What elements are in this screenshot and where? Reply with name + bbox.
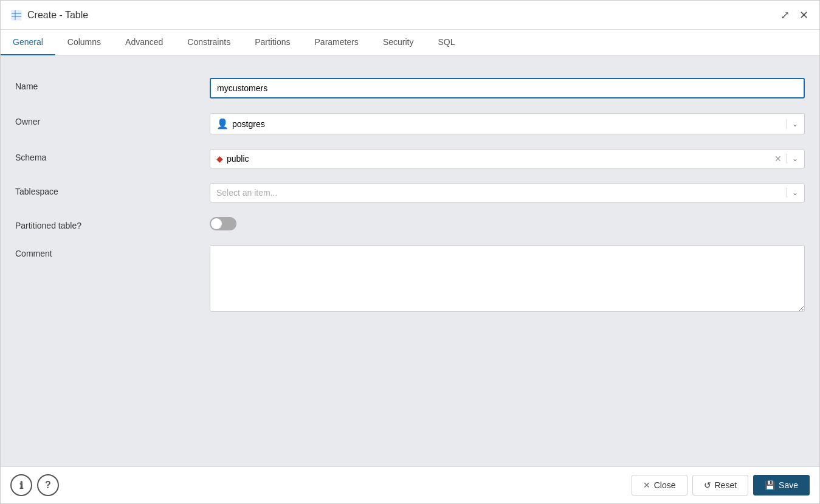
tab-constraints[interactable]: Constraints xyxy=(175,30,243,55)
comment-label: Comment xyxy=(15,245,210,258)
partitioned-row: Partitioned table? xyxy=(1,210,819,238)
owner-label: Owner xyxy=(15,113,210,126)
close-title-button[interactable]: ✕ xyxy=(798,9,810,22)
title-bar: Create - Table ⤢ ✕ xyxy=(1,1,819,30)
save-button[interactable]: 💾 Save xyxy=(753,475,810,495)
comment-control xyxy=(210,245,805,314)
owner-select[interactable]: 👤 postgres ⌄ xyxy=(210,113,805,134)
owner-row: Owner 👤 postgres ⌄ xyxy=(1,106,819,142)
tab-partitions[interactable]: Partitions xyxy=(243,30,302,55)
save-icon: 💾 xyxy=(765,480,775,490)
comment-textarea[interactable] xyxy=(210,245,805,312)
title-actions: ⤢ ✕ xyxy=(779,9,810,22)
tablespace-row: Tablespace Select an item... ⌄ xyxy=(1,176,819,210)
schema-row: Schema ◆ public ✕ ⌄ xyxy=(1,142,819,176)
diamond-icon: ◆ xyxy=(216,154,223,164)
partitioned-label: Partitioned table? xyxy=(15,217,210,230)
title-left: Create - Table xyxy=(10,9,88,21)
dialog-title: Create - Table xyxy=(27,10,88,21)
name-input[interactable] xyxy=(210,78,805,98)
owner-value: postgres xyxy=(232,119,265,129)
table-icon xyxy=(10,9,22,21)
reset-button[interactable]: ↺ Reset xyxy=(692,475,749,495)
name-control xyxy=(210,78,805,98)
close-button[interactable]: ✕ Close xyxy=(632,475,687,495)
select-divider xyxy=(787,119,787,129)
footer: ℹ ? ✕ Close ↺ Reset 💾 Save xyxy=(1,466,819,503)
tab-general[interactable]: General xyxy=(1,30,55,55)
tab-parameters[interactable]: Parameters xyxy=(303,30,371,55)
help-button[interactable]: ? xyxy=(37,474,59,496)
name-row: Name xyxy=(1,71,819,106)
partitioned-control xyxy=(210,217,805,230)
owner-control: 👤 postgres ⌄ xyxy=(210,113,805,134)
form-content: Name Owner 👤 postgres ⌄ xyxy=(1,56,819,466)
select-divider2 xyxy=(787,154,787,164)
chevron-down-icon2: ⌄ xyxy=(792,154,798,163)
tabs-bar: General Columns Advanced Constraints Par… xyxy=(1,30,819,56)
partitioned-toggle[interactable] xyxy=(210,217,236,230)
tab-advanced[interactable]: Advanced xyxy=(113,30,175,55)
comment-row: Comment xyxy=(1,238,819,321)
footer-left: ℹ ? xyxy=(10,474,59,496)
clear-schema-button[interactable]: ✕ xyxy=(774,154,782,164)
select-divider3 xyxy=(787,188,787,198)
tablespace-placeholder: Select an item... xyxy=(216,188,277,198)
close-x-icon: ✕ xyxy=(643,480,650,490)
tab-columns[interactable]: Columns xyxy=(55,30,113,55)
svg-rect-0 xyxy=(12,10,21,20)
schema-label: Schema xyxy=(15,149,210,162)
user-icon: 👤 xyxy=(216,118,229,129)
schema-value: public xyxy=(227,154,249,164)
dialog: Create - Table ⤢ ✕ General Columns Advan… xyxy=(0,0,820,504)
footer-right: ✕ Close ↺ Reset 💾 Save xyxy=(632,475,810,495)
expand-button[interactable]: ⤢ xyxy=(779,9,791,22)
tablespace-select[interactable]: Select an item... ⌄ xyxy=(210,183,805,202)
tablespace-label: Tablespace xyxy=(15,183,210,196)
info-button[interactable]: ℹ xyxy=(10,474,32,496)
tab-security[interactable]: Security xyxy=(371,30,426,55)
tablespace-control: Select an item... ⌄ xyxy=(210,183,805,202)
schema-select[interactable]: ◆ public ✕ ⌄ xyxy=(210,149,805,168)
toggle-slider xyxy=(210,217,236,230)
schema-control: ◆ public ✕ ⌄ xyxy=(210,149,805,168)
reset-icon: ↺ xyxy=(704,480,711,490)
tab-sql[interactable]: SQL xyxy=(426,30,467,55)
chevron-down-icon3: ⌄ xyxy=(792,188,798,197)
name-label: Name xyxy=(15,78,210,91)
chevron-down-icon: ⌄ xyxy=(792,120,798,128)
